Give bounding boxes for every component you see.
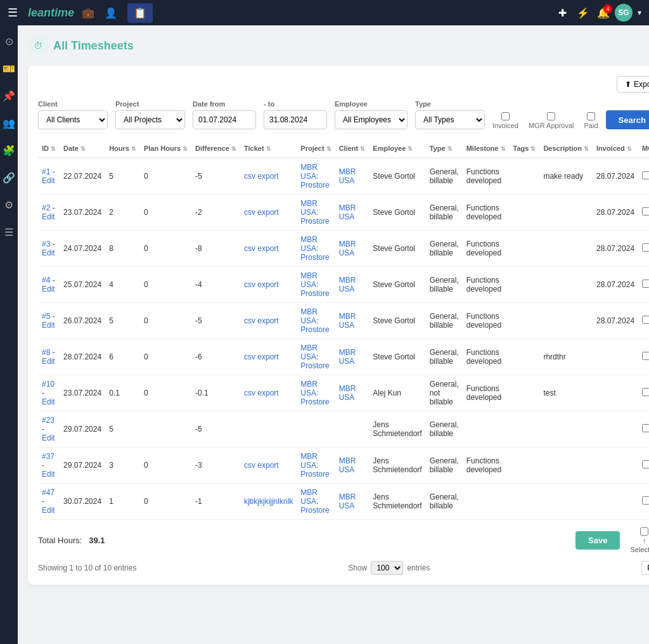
sidebar-goals-icon[interactable]: 📌 — [0, 87, 18, 105]
mgr-approval-row-checkbox[interactable] — [642, 207, 649, 216]
row-id-link[interactable]: #10 — [42, 380, 55, 389]
nav-briefcase-icon[interactable]: 💼 — [82, 7, 94, 19]
col-type[interactable]: Type ⇅ — [426, 139, 463, 158]
nav-person-icon[interactable]: 👤 — [105, 7, 117, 19]
col-tags[interactable]: Tags ⇅ — [510, 139, 540, 158]
ticket-link[interactable]: csv export — [244, 461, 279, 470]
project-link[interactable]: MBR USA: Prostore — [300, 452, 329, 479]
project-link[interactable]: MBR USA: Prostore — [300, 488, 329, 515]
mgr-approval-row-checkbox[interactable] — [642, 424, 649, 432]
type-select[interactable]: All Types — [415, 110, 485, 129]
mgr-approval-row-checkbox[interactable] — [642, 280, 649, 288]
ticket-link[interactable]: csv export — [244, 352, 279, 361]
row-id-link[interactable]: #5 — [42, 312, 50, 321]
col-difference[interactable]: Difference ⇅ — [191, 139, 240, 158]
col-milestone[interactable]: Milestone ⇅ — [463, 139, 510, 158]
row-id-link[interactable]: #4 — [42, 276, 50, 285]
mgr-approval-row-checkbox[interactable] — [642, 496, 649, 505]
entries-per-page-select[interactable]: 100 50 25 — [371, 561, 403, 575]
nav-timesheet-icon[interactable]: 📋 — [127, 3, 153, 23]
sidebar-dashboard-icon[interactable]: ⊙ — [3, 33, 16, 50]
row-edit-link[interactable]: Edit — [42, 212, 55, 221]
client-link[interactable]: MBR USA — [339, 240, 356, 257]
project-link[interactable]: MBR USA: Prostore — [300, 380, 329, 406]
project-link[interactable]: MBR USA: Prostore — [300, 307, 329, 334]
sidebar-tickets-icon[interactable]: 🎫 — [0, 60, 18, 77]
client-link[interactable]: MBR USA — [339, 493, 356, 510]
row-edit-link[interactable]: Edit — [42, 470, 55, 479]
row-edit-link[interactable]: Edit — [42, 176, 55, 185]
row-id-link[interactable]: #47 — [42, 488, 55, 497]
project-link[interactable]: MBR USA: Prostore — [300, 344, 329, 370]
avatar-dropdown-icon[interactable]: ▾ — [638, 8, 641, 17]
project-link[interactable]: MBR USA: Prostore — [300, 163, 329, 190]
mgr-approval-row-checkbox[interactable] — [642, 243, 649, 252]
ticket-link[interactable]: csv export — [244, 172, 279, 181]
mgr-approval-row-checkbox[interactable] — [642, 316, 649, 324]
client-link[interactable]: MBR USA — [339, 167, 356, 185]
row-edit-link[interactable]: Edit — [42, 506, 55, 515]
project-link[interactable]: MBR USA: Prostore — [300, 199, 329, 226]
client-link[interactable]: MBR USA — [339, 312, 356, 330]
ticket-link[interactable]: csv export — [244, 208, 279, 217]
sidebar-plugins-icon[interactable]: 🧩 — [0, 142, 18, 159]
mgr-approval-row-checkbox[interactable] — [642, 352, 649, 360]
row-id-link[interactable]: #37 — [42, 452, 55, 461]
mgr-approval-row-checkbox[interactable] — [642, 388, 649, 396]
ticket-link[interactable]: kjbkjkjkijjnlknlk — [244, 497, 293, 506]
search-button[interactable]: Search — [606, 110, 649, 129]
project-select[interactable]: All Projects — [115, 110, 185, 129]
col-id[interactable]: ID ⇅ — [38, 139, 60, 158]
lightning-icon[interactable]: ⚡ — [577, 7, 589, 19]
date-from-input[interactable]: 01.07.2024 — [193, 110, 256, 129]
row-id-link[interactable]: #3 — [42, 240, 50, 248]
row-edit-link[interactable]: Edit — [42, 357, 55, 366]
col-mgr-approval[interactable]: MGR Approval ⇅ — [638, 139, 649, 158]
row-id-link[interactable]: #2 — [42, 203, 50, 212]
client-link[interactable]: MBR USA — [339, 456, 356, 474]
col-employee[interactable]: Employee ⇅ — [369, 139, 425, 158]
client-link[interactable]: MBR USA — [339, 276, 356, 293]
col-date[interactable]: Date ⇅ — [60, 139, 105, 158]
client-select[interactable]: All Clients — [38, 110, 108, 129]
add-icon[interactable]: ✚ — [558, 7, 567, 19]
col-hours[interactable]: Hours ⇅ — [105, 139, 140, 158]
paid-checkbox[interactable] — [587, 112, 595, 120]
notifications-bell[interactable]: 🔔 4 — [597, 7, 610, 19]
row-edit-link[interactable]: Edit — [42, 321, 55, 330]
export-button[interactable]: ⬆ Export — [617, 76, 649, 93]
row-edit-link[interactable]: Edit — [42, 397, 55, 406]
row-edit-link[interactable]: Edit — [42, 248, 55, 257]
col-client[interactable]: Client ⇅ — [335, 139, 369, 158]
row-id-link[interactable]: #23 — [42, 416, 55, 425]
hamburger-menu[interactable]: ☰ — [8, 6, 18, 20]
mgr-approval-row-checkbox[interactable] — [642, 460, 649, 468]
col-plan-hours[interactable]: Plan Hours ⇅ — [140, 139, 191, 158]
col-ticket[interactable]: Ticket ⇅ — [240, 139, 297, 158]
row-id-link[interactable]: #8 — [42, 348, 50, 357]
client-link[interactable]: MBR USA — [339, 348, 356, 366]
sidebar-settings-icon[interactable]: ⚙ — [2, 196, 16, 214]
previous-page-button[interactable]: Previous — [641, 561, 649, 575]
user-avatar[interactable]: SG — [615, 4, 633, 22]
sidebar-people-icon[interactable]: 👥 — [0, 115, 18, 132]
mgr-approval-row-checkbox[interactable] — [642, 171, 649, 179]
date-to-input[interactable] — [264, 110, 327, 129]
ticket-link[interactable]: csv export — [244, 316, 279, 325]
sidebar-share-icon[interactable]: 🔗 — [0, 169, 18, 186]
project-link[interactable]: MBR USA: Prostore — [300, 235, 329, 262]
col-invoiced[interactable]: Invoiced ⇅ — [593, 139, 638, 158]
row-edit-link[interactable]: Edit — [42, 285, 55, 293]
col-description[interactable]: Description ⇅ — [539, 139, 593, 158]
project-link[interactable]: MBR USA: Prostore — [300, 271, 329, 298]
ticket-link[interactable]: csv export — [244, 244, 279, 253]
select-all-invoiced-checkbox[interactable] — [640, 527, 648, 536]
invoiced-checkbox[interactable] — [501, 112, 510, 120]
employee-select[interactable]: All Employees — [335, 110, 408, 129]
mgr-approval-checkbox[interactable] — [547, 112, 555, 120]
row-edit-link[interactable]: Edit — [42, 434, 55, 442]
sidebar-list-icon[interactable]: ☰ — [2, 224, 16, 241]
ticket-link[interactable]: csv export — [244, 280, 279, 289]
client-link[interactable]: MBR USA — [339, 203, 356, 221]
row-id-link[interactable]: #1 — [42, 167, 50, 176]
